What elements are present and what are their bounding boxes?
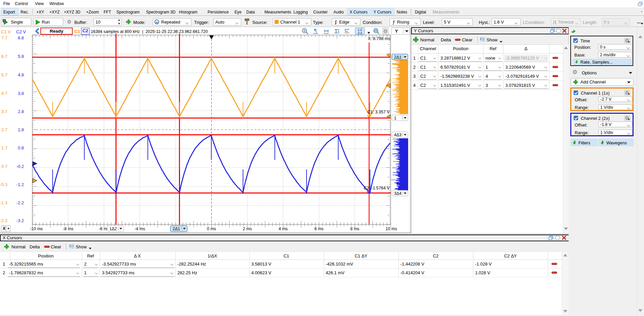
svg-text:6 ms: 6 ms (314, 226, 323, 231)
svg-text:2 ms: 2 ms (243, 226, 252, 231)
svg-text:5.7: 5.7 (1, 72, 7, 77)
svg-text:4.7: 4.7 (1, 91, 7, 96)
svg-text:7.7: 7.7 (1, 35, 7, 40)
svg-text:-2.2: -2.2 (16, 200, 24, 205)
svg-text:-1.2: -1.2 (16, 182, 24, 187)
svg-text:3.7: 3.7 (1, 109, 7, 114)
svg-text:4 ms: 4 ms (279, 226, 288, 231)
svg-text:0 ms: 0 ms (207, 226, 216, 231)
svg-text:-10 ms: -10 ms (30, 226, 43, 231)
svg-text:-2.3: -2.3 (0, 218, 7, 223)
svg-text:1.8: 1.8 (18, 127, 24, 132)
svg-text:-8 ms: -8 ms (63, 226, 73, 231)
svg-text:8 ms: 8 ms (350, 226, 359, 231)
svg-text:4.8: 4.8 (18, 72, 24, 77)
svg-text:C2: -1.5764 V: C2: -1.5764 V (364, 186, 390, 190)
svg-text:10 ms: 10 ms (386, 226, 397, 231)
svg-text:6.8: 6.8 (18, 35, 24, 40)
svg-text:6.7: 6.7 (1, 54, 7, 59)
svg-text:-0.3: -0.3 (0, 182, 7, 187)
svg-text:2.8: 2.8 (18, 109, 24, 114)
svg-text:5.8: 5.8 (18, 54, 24, 59)
svg-text:-0.2: -0.2 (16, 164, 24, 169)
svg-text:1.7: 1.7 (1, 145, 7, 150)
svg-text:0.7: 0.7 (1, 164, 7, 169)
svg-text:-4 ms: -4 ms (135, 226, 145, 231)
svg-text:3.8: 3.8 (18, 91, 24, 96)
svg-text:1: 1 (303, 29, 305, 32)
svg-text:X: 8.798 ms: X: 8.798 ms (368, 36, 390, 41)
svg-text:-3.2: -3.2 (16, 218, 24, 223)
svg-text:0.8: 0.8 (18, 145, 24, 150)
svg-text:2.7: 2.7 (1, 127, 7, 132)
svg-text:-1.3: -1.3 (0, 200, 7, 205)
svg-text:C1: 3.357 V: C1: 3.357 V (367, 110, 390, 114)
